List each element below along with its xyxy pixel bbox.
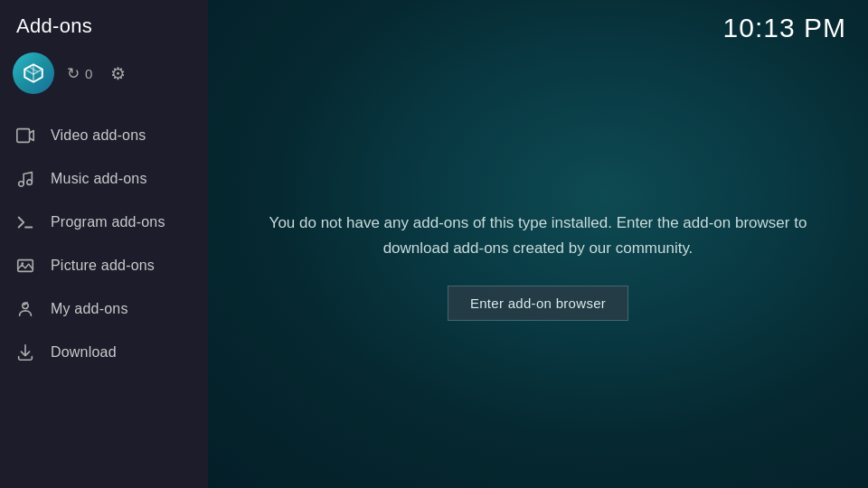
main-body: You do not have any add-ons of this type…	[208, 43, 868, 488]
addon-icon-button[interactable]	[13, 52, 54, 94]
sidebar-nav: Video add-ons Music add-ons Program add-…	[0, 114, 208, 374]
sidebar-label-music-addons: Music add-ons	[51, 171, 147, 187]
sidebar-item-program-addons[interactable]: Program add-ons	[0, 201, 208, 244]
addon-box-icon	[22, 61, 45, 85]
download-icon	[14, 342, 36, 363]
music-icon	[14, 168, 36, 190]
my-addons-icon	[14, 298, 36, 320]
sidebar-label-picture-addons: Picture add-ons	[51, 258, 155, 274]
page-title: Add-ons	[0, 0, 208, 49]
settings-button[interactable]: ⚙	[107, 60, 129, 88]
main-content-area: 10:13 PM You do not have any add-ons of …	[208, 0, 868, 488]
sidebar-item-video-addons[interactable]: Video add-ons	[0, 114, 208, 157]
sidebar-label-video-addons: Video add-ons	[51, 127, 146, 144]
sidebar-item-music-addons[interactable]: Music add-ons	[0, 157, 208, 201]
video-icon	[14, 125, 36, 146]
sidebar-item-my-addons[interactable]: My add-ons	[0, 287, 208, 331]
gear-icon: ⚙	[110, 63, 126, 84]
refresh-icon: ↻	[67, 64, 80, 83]
program-icon	[14, 211, 36, 233]
sidebar-label-download: Download	[51, 344, 117, 361]
sidebar-item-picture-addons[interactable]: Picture add-ons	[0, 244, 208, 287]
sidebar-label-program-addons: Program add-ons	[51, 214, 165, 230]
sidebar-toolbar: ↻ 0 ⚙	[0, 49, 208, 110]
enter-addon-browser-button[interactable]: Enter add-on browser	[448, 286, 628, 321]
picture-icon	[14, 255, 36, 277]
svg-rect-0	[17, 129, 30, 143]
no-addons-message: You do not have any add-ons of this type…	[262, 211, 814, 259]
refresh-button[interactable]: ↻ 0	[63, 61, 96, 87]
sidebar-item-download[interactable]: Download	[0, 331, 208, 374]
sidebar: Add-ons ↻ 0 ⚙ Vi	[0, 0, 208, 488]
sidebar-label-my-addons: My add-ons	[51, 301, 128, 317]
clock: 10:13 PM	[723, 13, 846, 43]
refresh-count: 0	[85, 66, 92, 81]
top-bar: 10:13 PM	[208, 0, 868, 43]
